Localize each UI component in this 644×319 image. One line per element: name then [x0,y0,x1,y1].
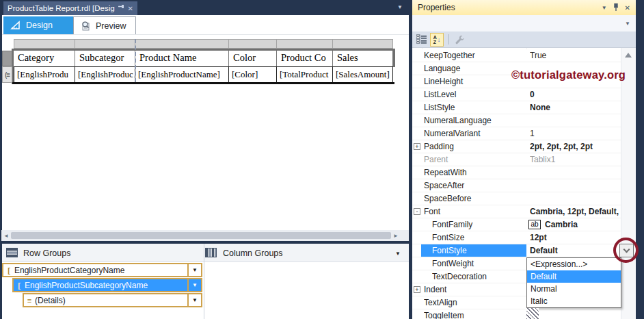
property-row[interactable]: ToggleItem [412,309,621,319]
scroll-up-icon[interactable] [625,53,632,58]
table-data-cell[interactable]: [TotalProduct [277,67,333,82]
window-menu-chevron-down-icon[interactable]: ▼ [602,5,607,11]
document-well-chevron-down-icon[interactable]: ▼ [397,4,403,10]
dropdown-resize-grip[interactable] [526,308,539,319]
property-value[interactable]: Tablix1 [530,153,620,166]
table-data-cell[interactable]: [EnglishProduc [75,67,135,82]
property-name: TextDecoration [432,270,525,283]
property-value[interactable] [530,309,620,319]
pin-icon[interactable] [118,4,124,13]
column-handle[interactable] [333,39,393,49]
dropdown-item[interactable]: Italic [527,295,621,307]
table-header-cell[interactable]: Color [229,51,277,66]
property-row[interactable]: SpaceBefore [412,192,621,205]
row-group-item[interactable]: ≡(Details)▼ [23,293,202,307]
property-name: SpaceBefore [424,192,525,205]
vs-report-designer-window: ProductTable Report.rdl [Design]* ✕ ▼ De… [0,0,644,319]
property-value[interactable] [530,114,620,127]
scrollbar-thumb[interactable] [11,232,391,239]
property-value[interactable]: 2pt, 2pt, 2pt, 2pt [530,140,620,153]
property-row[interactable]: KeepTogetherTrue [412,49,621,62]
property-row[interactable]: +Padding2pt, 2pt, 2pt, 2pt [412,140,621,153]
column-handles[interactable] [14,39,393,49]
properties-scrollbar[interactable] [621,48,636,319]
properties-object-combobox[interactable]: ▼ [412,15,636,31]
table-data-cell[interactable]: [EnglishProdu [14,67,75,82]
property-name: ListLevel [424,88,525,101]
collapse-icon[interactable]: - [414,208,420,215]
tab-design[interactable]: Design [3,16,73,34]
property-row[interactable]: NumeralVariant1 [412,127,621,140]
property-row[interactable]: ListStyleNone [412,101,621,114]
pin-icon[interactable] [613,3,619,12]
property-row[interactable]: ListLevel0 [412,88,621,101]
properties-title: Properties [418,3,455,12]
column-handle[interactable] [14,39,75,49]
scroll-right-icon[interactable]: ► [391,233,401,239]
column-handle[interactable] [75,39,135,49]
property-value[interactable]: 1 [530,127,620,140]
table-header-cell[interactable]: Product Co [277,51,333,66]
property-row[interactable]: -FontCambria, 12pt, Default, Defa [412,205,621,218]
column-handle[interactable] [277,39,333,49]
property-row[interactable]: RepeatWith [412,166,621,179]
scroll-left-icon[interactable]: ◄ [1,233,11,239]
table-header-cell[interactable]: Product Name [135,51,229,66]
property-value[interactable]: None [530,101,620,114]
property-value[interactable]: True [530,49,620,62]
properties-toolbar: AZ↓ [412,31,636,48]
property-row[interactable]: FontStyleDefault [412,244,621,257]
dropdown-item[interactable]: <Expression...> [527,258,621,270]
column-groups-chevron-down-icon[interactable]: ▼ [395,251,401,257]
property-value[interactable] [530,166,620,179]
table-data-cell[interactable]: [EnglishProductName] [135,67,229,82]
property-value[interactable] [530,192,620,205]
table-header-cell[interactable]: Category [14,51,75,66]
close-icon[interactable]: ✕ [625,4,630,12]
dropdown-item[interactable]: Normal [527,283,621,295]
property-name: TextAlign [424,296,525,309]
property-row[interactable]: FontSize12pt [412,231,621,244]
close-icon[interactable]: ✕ [128,5,133,12]
grouping-pane: Row Groups Column Groups ▼ [EnglishProdu… [2,244,409,319]
property-row[interactable]: FontFamilyabCambria [412,218,621,231]
document-tab[interactable]: ProductTable Report.rdl [Design]* ✕ [3,1,137,15]
row-group-chevron-down-icon[interactable]: ▼ [187,294,201,306]
detail-row-handle[interactable]: (≡ [2,66,12,83]
row-group-chevron-down-icon[interactable]: ▼ [187,279,201,291]
property-name: ListStyle [424,101,525,114]
table-data-cell[interactable]: [SalesAmount] [333,67,393,82]
header-row-handle[interactable] [2,51,12,66]
property-value[interactable]: 12pt [530,231,620,244]
watermark: ©tutorialgateway.org [511,68,626,81]
tab-preview[interactable]: Preview [73,16,136,34]
property-value[interactable]: Cambria, 12pt, Default, Defa [530,205,620,218]
property-value[interactable] [530,179,620,192]
dropdown-item[interactable]: Default [527,270,621,283]
row-group-item[interactable]: [EnglishProductCategoryName▼ [2,263,202,277]
expand-icon[interactable]: + [414,143,420,150]
property-name: FontFamily [432,218,525,231]
property-value[interactable]: 0 [530,88,620,101]
design-surface: Design Preview (≡ CategorySubcategorProd… [2,15,409,230]
property-row[interactable]: NumeralLanguage [412,114,621,127]
details-icon: ≡ [24,296,35,305]
font-editor-ab-icon[interactable]: ab [528,220,541,229]
grouping-pane-header: Row Groups Column Groups ▼ [2,244,409,262]
table-header-cell[interactable]: Subcategor [75,51,135,66]
column-handle[interactable] [135,39,229,49]
categorized-view-button[interactable] [415,33,429,47]
row-group-item[interactable]: [EnglishProductSubcategoryName▼ [12,278,202,292]
column-handle[interactable] [229,39,277,49]
table-data-cell[interactable]: [Color] [229,67,277,82]
table-header-cell[interactable]: Sales [333,51,393,66]
property-row[interactable]: ParentTablix1 [412,153,621,166]
property-value[interactable]: Default [530,244,620,257]
property-row[interactable]: SpaceAfter [412,179,621,192]
alphabetical-sort-button[interactable]: AZ↓ [430,33,444,47]
property-name: SpaceAfter [424,179,525,192]
designer-horizontal-scrollbar[interactable]: ◄ ► [1,230,409,241]
row-group-chevron-down-icon[interactable]: ▼ [187,264,201,276]
expand-icon[interactable]: + [414,286,420,293]
group-bracket-icon: [ [14,281,25,290]
